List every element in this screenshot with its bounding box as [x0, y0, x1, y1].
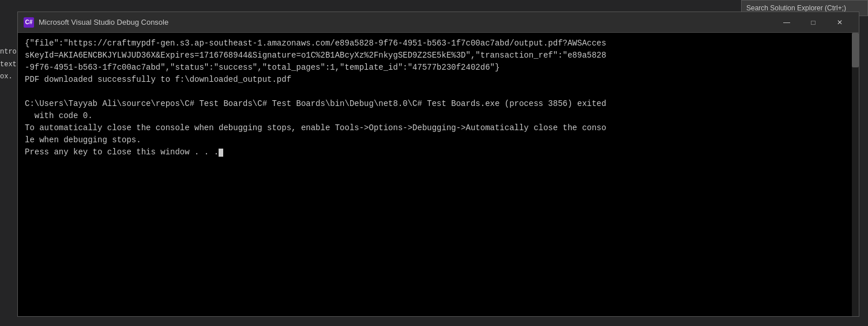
- title-bar: C# Microsoft Visual Studio Debug Console…: [18, 12, 859, 33]
- window-title: Microsoft Visual Studio Debug Console: [39, 18, 773, 26]
- vs-left-partial: ntro text ox.: [0, 23, 17, 84]
- maximize-button[interactable]: □: [800, 12, 826, 33]
- console-output-area: {"file":"https://craftmypdf-gen.s3.ap-so…: [18, 33, 859, 316]
- console-line-2: sKeyId=AKIA6ENCBKJYLWJUD36X&Expires=1716…: [25, 51, 606, 60]
- search-placeholder: Search Solution Explorer (Ctrl+;): [746, 4, 846, 12]
- app-icon: C#: [24, 17, 34, 28]
- console-line-4: PDF downloaded successfully to f:\downlo…: [25, 75, 291, 84]
- vertical-scrollbar[interactable]: [852, 33, 859, 316]
- scrollbar-thumb[interactable]: [852, 33, 859, 67]
- close-button[interactable]: ✕: [826, 12, 853, 33]
- console-line-3: -9f76-4951-b563-1f7c00ac7abd","status":"…: [25, 63, 499, 72]
- console-line-9: le when debugging stops.: [25, 135, 141, 145]
- debug-console-window: C# Microsoft Visual Studio Debug Console…: [17, 12, 859, 317]
- console-line-10: Press any key to close this window . . .: [25, 147, 219, 157]
- minimize-button[interactable]: —: [773, 12, 800, 33]
- console-line-8: To automatically close the console when …: [25, 123, 606, 132]
- window-controls: — □ ✕: [773, 12, 853, 33]
- console-text-block: {"file":"https://craftmypdf-gen.s3.ap-so…: [25, 37, 852, 158]
- left-text-2: text: [0, 60, 17, 69]
- console-line-7: with code 0.: [25, 111, 93, 120]
- console-line-1: {"file":"https://craftmypdf-gen.s3.ap-so…: [25, 39, 606, 48]
- left-text-1: ntro: [0, 48, 17, 56]
- cursor-blink: [219, 149, 223, 157]
- left-text-3: ox.: [0, 73, 13, 81]
- console-line-6: C:\Users\Tayyab Ali\source\repos\C# Test…: [25, 99, 606, 108]
- app-icon-text: C#: [25, 19, 33, 25]
